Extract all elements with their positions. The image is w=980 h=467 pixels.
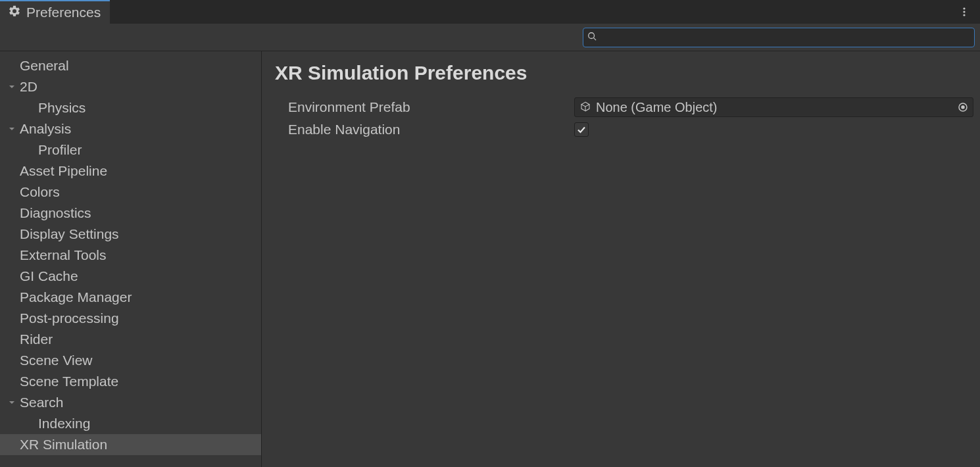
sidebar-item-label: GI Cache <box>20 268 78 284</box>
property-environment-prefab: Environment Prefab None (Game Object) <box>275 96 973 118</box>
gear-icon <box>8 5 21 21</box>
sidebar-item-label: 2D <box>20 79 37 95</box>
sidebar-item-rider[interactable]: Rider <box>0 329 261 350</box>
toolbar <box>0 24 980 51</box>
tab-title: Preferences <box>26 5 101 20</box>
object-picker-button[interactable] <box>956 100 970 114</box>
chevron-down-icon <box>8 125 16 133</box>
environment-prefab-field[interactable]: None (Game Object) <box>574 97 973 117</box>
sidebar-item-external-tools[interactable]: External Tools <box>0 245 261 266</box>
sidebar-item-physics[interactable]: Physics <box>0 97 261 118</box>
chevron-down-icon <box>8 399 16 406</box>
preferences-category-list: General2DPhysicsAnalysisProfilerAsset Pi… <box>0 51 262 467</box>
page-title: XR Simulation Preferences <box>275 62 973 84</box>
sidebar-item-indexing[interactable]: Indexing <box>0 413 261 434</box>
preferences-panel: XR Simulation Preferences Environment Pr… <box>262 51 980 467</box>
cube-icon <box>580 100 591 115</box>
sidebar-item-label: Analysis <box>20 121 71 137</box>
svg-point-1 <box>963 11 965 12</box>
search-box[interactable] <box>583 28 975 47</box>
target-icon <box>958 102 968 112</box>
content-area: General2DPhysicsAnalysisProfilerAsset Pi… <box>0 51 980 467</box>
svg-line-4 <box>594 37 597 40</box>
sidebar-item-label: Post-processing <box>20 310 119 326</box>
object-field-value: None (Game Object) <box>596 100 950 115</box>
sidebar-item-label: Diagnostics <box>20 205 91 221</box>
chevron-down-icon <box>8 83 16 91</box>
window-menu-button[interactable] <box>956 4 972 20</box>
enable-navigation-checkbox[interactable] <box>574 122 589 137</box>
property-label: Environment Prefab <box>275 99 574 115</box>
svg-point-2 <box>963 14 965 16</box>
property-enable-navigation: Enable Navigation <box>275 118 973 141</box>
sidebar-item-label: Physics <box>38 100 86 116</box>
svg-point-3 <box>589 32 595 38</box>
sidebar-item-2d[interactable]: 2D <box>0 76 261 97</box>
sidebar-item-label: General <box>20 58 69 74</box>
checkmark-icon <box>576 124 587 135</box>
property-label: Enable Navigation <box>275 122 574 137</box>
sidebar-item-search[interactable]: Search <box>0 392 261 413</box>
sidebar-item-label: Colors <box>20 184 60 200</box>
sidebar-item-xr-simulation[interactable]: XR Simulation <box>0 434 261 455</box>
expand-arrow[interactable] <box>4 83 20 91</box>
sidebar-item-scene-view[interactable]: Scene View <box>0 350 261 371</box>
sidebar-item-analysis[interactable]: Analysis <box>0 118 261 139</box>
sidebar-item-label: Asset Pipeline <box>20 163 107 179</box>
sidebar-item-label: Rider <box>20 332 53 347</box>
sidebar-item-general[interactable]: General <box>0 55 261 76</box>
sidebar-item-scene-template[interactable]: Scene Template <box>0 371 261 392</box>
sidebar-item-label: External Tools <box>20 247 107 263</box>
sidebar-item-label: XR Simulation <box>20 437 107 453</box>
preferences-tab[interactable]: Preferences <box>0 0 110 24</box>
sidebar-item-asset-pipeline[interactable]: Asset Pipeline <box>0 160 261 182</box>
svg-point-0 <box>963 7 965 9</box>
sidebar-item-label: Scene Template <box>20 374 118 389</box>
search-icon <box>587 32 597 43</box>
sidebar-item-label: Indexing <box>38 416 90 431</box>
sidebar-item-post-processing[interactable]: Post-processing <box>0 308 261 329</box>
titlebar: Preferences <box>0 0 980 24</box>
search-input[interactable] <box>599 30 970 44</box>
sidebar-item-diagnostics[interactable]: Diagnostics <box>0 203 261 224</box>
svg-point-6 <box>962 106 964 109</box>
expand-arrow[interactable] <box>4 399 20 406</box>
sidebar-item-display-settings[interactable]: Display Settings <box>0 224 261 245</box>
sidebar-item-package-manager[interactable]: Package Manager <box>0 287 261 308</box>
sidebar-item-profiler[interactable]: Profiler <box>0 139 261 160</box>
sidebar-item-label: Profiler <box>38 142 82 158</box>
sidebar-item-gi-cache[interactable]: GI Cache <box>0 266 261 287</box>
sidebar-item-colors[interactable]: Colors <box>0 182 261 203</box>
sidebar-item-label: Display Settings <box>20 226 119 242</box>
sidebar-item-label: Package Manager <box>20 289 132 305</box>
kebab-icon <box>959 7 969 17</box>
expand-arrow[interactable] <box>4 125 20 133</box>
sidebar-item-label: Search <box>20 395 64 410</box>
sidebar-item-label: Scene View <box>20 353 93 368</box>
